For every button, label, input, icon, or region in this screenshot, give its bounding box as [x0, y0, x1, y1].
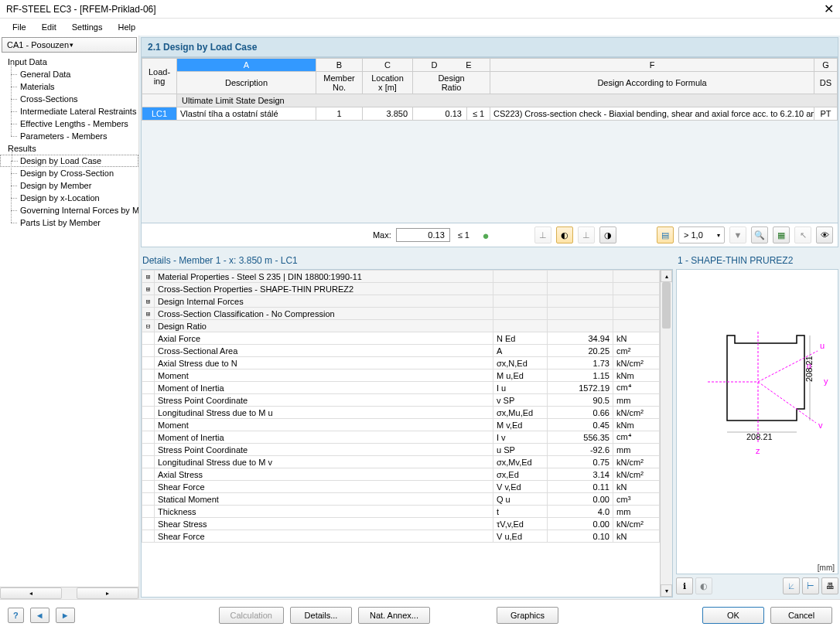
- axes-icon[interactable]: ⟀: [783, 577, 800, 594]
- cell-member[interactable]: 1: [316, 107, 363, 121]
- details-row[interactable]: ⊟ Design Ratio: [142, 320, 660, 332]
- cell-formula[interactable]: CS223) Cross-section check - Biaxial ben…: [490, 107, 814, 121]
- menu-settings[interactable]: Settings: [64, 20, 111, 34]
- col-g[interactable]: G: [814, 59, 838, 72]
- details-button[interactable]: Details...: [290, 607, 352, 624]
- tool-icon-2[interactable]: ◐: [556, 226, 573, 243]
- details-row[interactable]: ⊞ Design Internal Forces: [142, 295, 660, 308]
- details-row[interactable]: Axial Force N Ed 34.94 kN: [142, 332, 660, 345]
- details-row[interactable]: Stress Point Coordinate v SP 90.5 mm: [142, 394, 660, 407]
- cell-loc[interactable]: 3.850: [363, 107, 413, 121]
- details-row[interactable]: Axial Stress σx,Ed 3.14 kN/cm²: [142, 468, 660, 481]
- excel-icon[interactable]: ▦: [773, 226, 790, 243]
- col-d[interactable]: D E: [413, 59, 490, 72]
- cell-ds[interactable]: PT: [814, 107, 838, 121]
- sidebar-hscroll[interactable]: ◂ ▸: [0, 587, 138, 599]
- expand-icon[interactable]: ⊟: [142, 320, 155, 332]
- color-icon[interactable]: ◐: [695, 577, 712, 594]
- tool-icon-3[interactable]: ⊥: [578, 226, 595, 243]
- tree-parameters[interactable]: Parameters - Members: [0, 130, 138, 142]
- cell-desc[interactable]: Vlastní tíha a ostatní stálé: [177, 107, 316, 121]
- graphics-button[interactable]: Graphics: [497, 607, 558, 624]
- tree-input-data[interactable]: Input Data: [0, 56, 138, 68]
- col-formula[interactable]: Design According to Formula: [490, 72, 814, 94]
- details-row[interactable]: Shear Stress τV,v,Ed 0.00 kN/cm²: [142, 518, 660, 530]
- col-loc[interactable]: Location x [m]: [363, 72, 413, 94]
- tree-by-cs[interactable]: Design by Cross-Section: [0, 167, 138, 179]
- expand-icon[interactable]: ⊞: [142, 295, 155, 308]
- eye-icon[interactable]: 👁: [816, 226, 833, 243]
- tree-by-load-case[interactable]: Design by Load Case: [0, 155, 138, 167]
- row-lc1[interactable]: LC1: [142, 107, 177, 121]
- results-grid[interactable]: Load- ing A B C D E F G Description Memb…: [141, 57, 838, 223]
- dims-icon[interactable]: ⊢: [802, 577, 819, 594]
- grid-body[interactable]: [142, 121, 838, 223]
- expand-icon[interactable]: ⊞: [142, 308, 155, 320]
- select-icon[interactable]: ↖: [794, 226, 811, 243]
- scroll-thumb[interactable]: [662, 282, 671, 329]
- details-row[interactable]: ⊞ Material Properties - Steel S 235 | DI…: [142, 271, 660, 283]
- case-dropdown[interactable]: CA1 - Posouzení ocelových prut ▾: [2, 37, 137, 53]
- tree-gov-forces[interactable]: Governing Internal Forces by M: [0, 204, 138, 216]
- scroll-up-icon[interactable]: ▴: [661, 270, 672, 282]
- details-row[interactable]: Cross-Sectional Area A 20.25 cm²: [142, 345, 660, 357]
- row-header-empty[interactable]: [142, 94, 177, 107]
- filter-icon[interactable]: ▤: [657, 226, 674, 243]
- details-row[interactable]: Statical Moment Q u 0.00 cm³: [142, 493, 660, 506]
- calculation-button[interactable]: Calculation: [219, 607, 284, 624]
- col-member[interactable]: Member No.: [316, 72, 363, 94]
- tree-materials[interactable]: Materials: [0, 80, 138, 93]
- details-row[interactable]: Moment M u,Ed 1.15 kNm: [142, 369, 660, 382]
- col-b[interactable]: B: [316, 59, 363, 72]
- tree-by-x[interactable]: Design by x-Location: [0, 192, 138, 204]
- tree-parts-list[interactable]: Parts List by Member: [0, 216, 138, 229]
- col-f[interactable]: F: [490, 59, 814, 72]
- col-a[interactable]: A: [177, 59, 316, 72]
- menu-edit[interactable]: Edit: [34, 20, 64, 34]
- menu-file[interactable]: File: [5, 20, 34, 34]
- next-button[interactable]: ►: [56, 608, 75, 623]
- details-row[interactable]: Moment of Inertia I u 1572.19 cm⁴: [142, 382, 660, 394]
- details-row[interactable]: Longitudinal Stress due to M u σx,Mu,Ed …: [142, 407, 660, 419]
- col-c[interactable]: C: [363, 59, 413, 72]
- scroll-down-icon[interactable]: ▾: [661, 584, 672, 597]
- col-ratio[interactable]: Design Ratio: [413, 72, 490, 94]
- col-loading[interactable]: Load- ing: [142, 59, 177, 94]
- details-row[interactable]: Shear Force V v,Ed 0.11 kN: [142, 481, 660, 493]
- details-vscroll[interactable]: ▴ ▾: [660, 270, 672, 597]
- details-row[interactable]: Thickness t 4.0 mm: [142, 506, 660, 518]
- details-row[interactable]: ⊞ Cross-Section Classification - No Comp…: [142, 308, 660, 320]
- help-button[interactable]: ?: [8, 608, 24, 623]
- details-row[interactable]: Stress Point Coordinate u SP -92.6 mm: [142, 444, 660, 456]
- cancel-button[interactable]: Cancel: [770, 607, 832, 624]
- details-row[interactable]: ⊞ Cross-Section Properties - SHAPE-THIN …: [142, 283, 660, 295]
- prev-button[interactable]: ◄: [30, 608, 50, 623]
- scroll-right-icon[interactable]: ▸: [77, 587, 138, 599]
- details-grid[interactable]: ⊞ Material Properties - Steel S 235 | DI…: [141, 269, 673, 598]
- tree-eff-lengths[interactable]: Effective Lengths - Members: [0, 117, 138, 130]
- tree-by-member[interactable]: Design by Member: [0, 179, 138, 192]
- expand-icon[interactable]: ⊞: [142, 283, 155, 295]
- details-row[interactable]: Shear Force V u,Ed 0.10 kN: [142, 530, 660, 543]
- col-ds[interactable]: DS: [814, 72, 838, 94]
- tool-icon-4[interactable]: ◑: [599, 226, 616, 243]
- tree-lateral[interactable]: Intermediate Lateral Restraints: [0, 105, 138, 117]
- info-icon[interactable]: ℹ: [676, 577, 693, 594]
- details-row[interactable]: Moment M v,Ed 0.45 kNm: [142, 419, 660, 431]
- col-desc[interactable]: Description: [177, 72, 316, 94]
- ok-button[interactable]: OK: [702, 607, 764, 624]
- expand-icon[interactable]: ⊞: [142, 271, 155, 283]
- nat-annex-button[interactable]: Nat. Annex...: [358, 607, 430, 624]
- preview-canvas[interactable]: y z u v α 208.21 208.21 [mm]: [676, 269, 838, 574]
- print-icon[interactable]: 🖶: [821, 577, 838, 594]
- scroll-left-icon[interactable]: ◂: [0, 587, 62, 599]
- details-row[interactable]: Moment of Inertia I v 556.35 cm⁴: [142, 431, 660, 444]
- tree-cross-sections[interactable]: Cross-Sections: [0, 93, 138, 105]
- tool-icon-1[interactable]: ⊥: [534, 226, 551, 243]
- funnel-icon[interactable]: ▼: [729, 226, 746, 243]
- find-icon[interactable]: 🔍: [751, 226, 768, 243]
- cell-ratio[interactable]: 0.13: [413, 107, 467, 121]
- tree-general-data[interactable]: General Data: [0, 68, 138, 80]
- details-row[interactable]: Longitudinal Stress due to M v σx,Mv,Ed …: [142, 456, 660, 468]
- ratio-filter-combo[interactable]: > 1,0 ▾: [678, 226, 725, 243]
